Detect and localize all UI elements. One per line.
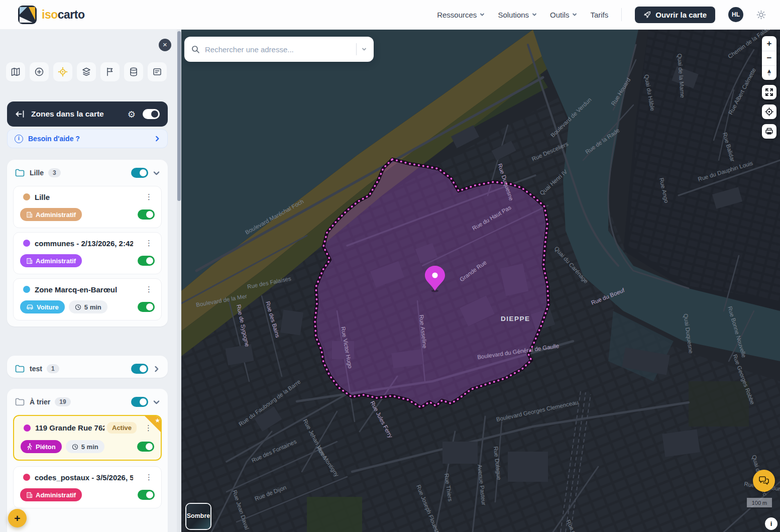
plus-circle-icon: [34, 67, 44, 77]
zones-visibility-toggle[interactable]: [143, 109, 160, 119]
address-search-bar: [184, 37, 374, 62]
top-navbar: isocarto Ressources Solutions Outils Tar…: [0, 0, 780, 30]
chevron-down-icon: [572, 12, 577, 17]
geolocate-control: [762, 104, 776, 119]
group-header[interactable]: test 1: [13, 360, 162, 378]
chevron-right-icon[interactable]: [153, 366, 160, 372]
travel-time-badge: 5 min: [69, 300, 107, 313]
city-label: DIEPPE: [501, 315, 530, 323]
flag-icon: [105, 67, 115, 77]
geolocate-button[interactable]: [762, 104, 776, 119]
zone-type-badge: Administratif: [20, 208, 82, 221]
zone-visibility-toggle[interactable]: [138, 302, 155, 312]
open-map-button[interactable]: Ouvrir la carte: [635, 7, 715, 23]
close-sidebar-button[interactable]: ×: [159, 39, 171, 51]
chevron-right-icon: [154, 136, 160, 142]
isochrone-tool-button[interactable]: [53, 62, 72, 81]
basemap: Boulevard Maréchal FochBoulevard de Verd…: [181, 30, 780, 532]
zone-visibility-toggle[interactable]: [138, 490, 155, 500]
data-tool-button[interactable]: [124, 62, 143, 81]
print-button[interactable]: [762, 124, 776, 139]
zone-color-dot: [23, 286, 30, 293]
panel-title: Zones dans la carte: [31, 110, 104, 119]
zone-card-communes[interactable]: communes - 2/13/2026, 2:42: ⋮ Administra…: [13, 232, 162, 274]
brand-logo[interactable]: isocarto: [18, 6, 84, 24]
chat-support-button[interactable]: [753, 470, 775, 492]
fullscreen-button[interactable]: [762, 85, 776, 99]
zone-visibility-toggle[interactable]: [137, 442, 154, 452]
map-scale-bar: 100 m: [747, 498, 772, 508]
layers-icon: [81, 67, 91, 77]
group-count-badge: 19: [55, 397, 70, 406]
fullscreen-control: [762, 85, 776, 99]
collapse-panel-icon[interactable]: [15, 110, 25, 118]
zoom-out-button[interactable]: −: [762, 51, 776, 65]
zone-menu-button[interactable]: ⋮: [143, 192, 155, 201]
compass-button[interactable]: ▲▼: [762, 65, 776, 80]
chevron-down-icon: [480, 12, 485, 17]
group-header[interactable]: Lille 3: [13, 164, 162, 182]
search-options-chevron-icon[interactable]: [362, 47, 367, 52]
building-icon: [26, 492, 33, 498]
panel-header: Zones dans la carte ⚙: [7, 101, 168, 127]
add-zone-tool-button[interactable]: [30, 62, 49, 81]
folder-icon: [15, 365, 25, 373]
zoom-control: + − ▲▼: [762, 36, 776, 80]
zone-color-dot: [23, 474, 30, 481]
notes-tool-button[interactable]: [148, 62, 167, 81]
brand-logo-icon: [18, 6, 37, 24]
zone-visibility-toggle[interactable]: [138, 256, 155, 266]
pedestrian-icon: [27, 443, 33, 450]
zoom-in-button[interactable]: +: [762, 36, 776, 51]
chevron-down-icon[interactable]: [153, 399, 160, 405]
zone-card-codes-postaux[interactable]: codes_postaux - 3/5/2026, 5: ⋮ Administr…: [13, 466, 162, 508]
zone-menu-button[interactable]: ⋮: [143, 285, 155, 294]
nav-menu-outils[interactable]: Outils: [550, 11, 577, 19]
database-icon: [129, 67, 139, 77]
rocket-icon: [643, 11, 651, 19]
zone-color-dot: [24, 424, 31, 432]
zone-type-badge: Administratif: [20, 488, 82, 501]
note-icon: [152, 67, 162, 77]
user-avatar[interactable]: HL: [728, 7, 743, 22]
group-toggle[interactable]: [131, 397, 148, 407]
nav-menu-ressources[interactable]: Ressources: [437, 11, 485, 19]
zone-card-marcq[interactable]: Zone Marcq-en-Barœul ⋮ Voiture 5 min: [13, 278, 162, 321]
add-zone-fab[interactable]: +: [8, 509, 27, 527]
transport-mode-badge: Voiture: [20, 300, 65, 313]
group-toggle[interactable]: [131, 168, 148, 178]
map-tool-button[interactable]: [6, 62, 25, 81]
car-icon: [26, 304, 34, 310]
map-canvas[interactable]: Boulevard Maréchal FochBoulevard de Verd…: [181, 30, 780, 532]
settings-gear-icon[interactable]: ⚙: [128, 109, 136, 120]
map-icon: [11, 67, 21, 77]
sidebar-scrollbar-track[interactable]: [177, 30, 181, 532]
zone-card-lille[interactable]: Lille ⋮ Administratif: [13, 186, 162, 228]
theme-sun-icon[interactable]: [756, 10, 766, 20]
group-toggle[interactable]: [131, 364, 148, 374]
zone-card-grande-rue-active[interactable]: ★ 119 Grande Rue 7620 Active ⋮ Piéton 5 …: [13, 415, 162, 461]
locate-icon: [765, 108, 773, 116]
travel-time-badge: 5 min: [66, 440, 104, 453]
layers-tool-button[interactable]: [77, 62, 96, 81]
zone-group-lille: Lille 3 Lille ⋮ Administratif com: [7, 160, 168, 327]
favorite-ribbon: ★: [144, 415, 162, 433]
clock-icon: [72, 444, 78, 450]
transport-mode-badge: Piéton: [21, 440, 62, 453]
sidebar-scrollbar-thumb[interactable]: [177, 31, 181, 201]
printer-icon: [765, 127, 773, 136]
help-banner[interactable]: i Besoin d'aide ?: [7, 129, 168, 148]
zone-menu-button[interactable]: ⋮: [143, 239, 155, 248]
chevron-down-icon[interactable]: [153, 170, 160, 176]
basemap-style-button[interactable]: Sombre: [185, 503, 211, 530]
building-icon: [26, 258, 33, 264]
group-header[interactable]: À trier 19: [13, 393, 162, 411]
nav-menu-tarifs[interactable]: Tarifs: [590, 11, 608, 19]
zone-menu-button[interactable]: ⋮: [143, 473, 155, 482]
address-search-input[interactable]: [205, 45, 351, 54]
zone-visibility-toggle[interactable]: [138, 209, 155, 220]
flag-tool-button[interactable]: [100, 62, 120, 81]
map-info-button[interactable]: i: [765, 517, 777, 530]
folder-icon: [15, 398, 25, 406]
nav-menu-solutions[interactable]: Solutions: [498, 11, 537, 19]
